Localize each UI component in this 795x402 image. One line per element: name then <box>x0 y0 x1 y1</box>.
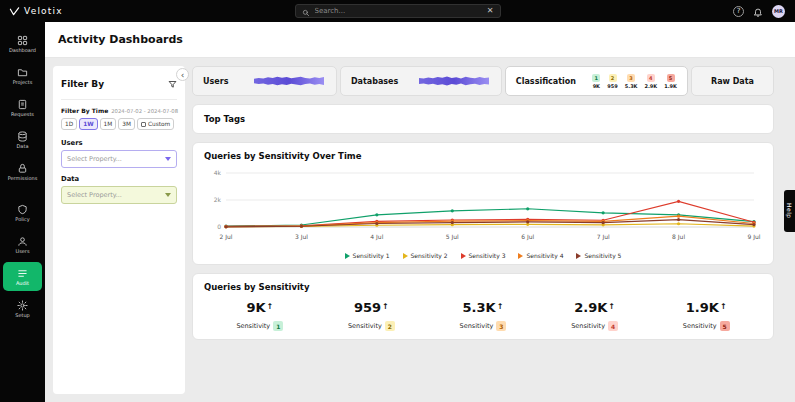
collapse-filter-button[interactable]: ‹ <box>176 68 189 81</box>
sensitivity-badge: 5 <box>720 321 730 331</box>
mini-stat-5: 51.9K <box>664 74 677 89</box>
svg-text:7 Jul: 7 Jul <box>597 233 610 241</box>
sidebar-item-requests[interactable]: Requests <box>3 93 42 122</box>
sensitivity-badge: 4 <box>647 74 655 82</box>
database-icon <box>17 131 28 142</box>
time-button-1m[interactable]: 1M <box>100 118 117 130</box>
sidebar-item-projects[interactable]: Projects <box>3 61 42 90</box>
sidebar-item-label: Dashboard <box>9 48 36 53</box>
topbar-actions: ? MR <box>733 2 795 21</box>
time-button-custom[interactable]: Custom <box>137 118 174 130</box>
sensitivity-badge: 3 <box>627 74 635 82</box>
lock-icon <box>17 163 28 174</box>
search-bar[interactable]: ✕ <box>295 4 501 18</box>
document-icon <box>17 99 28 110</box>
legend-item-sensitivity-5[interactable]: Sensitivity 5 <box>576 252 621 259</box>
time-button-1w[interactable]: 1W <box>79 118 97 130</box>
filter-by-title: Filter By <box>61 79 104 89</box>
time-range-buttons: 1D 1W 1M 3M Custom <box>61 118 177 130</box>
sidebar-item-label: Permissions <box>8 176 38 181</box>
legend-label: Sensitivity 2 <box>411 252 448 259</box>
tab-label: Users <box>203 77 228 86</box>
stat-label: Sensitivity3 <box>460 321 507 331</box>
legend-item-sensitivity-1[interactable]: Sensitivity 1 <box>345 252 390 259</box>
top-tags-card[interactable]: Top Tags <box>192 104 774 134</box>
search-input[interactable] <box>315 7 482 15</box>
users-property-select[interactable]: Select Property... <box>61 150 177 168</box>
svg-text:6 Jul: 6 Jul <box>521 233 534 241</box>
time-button-label: 1D <box>65 121 73 127</box>
up-arrow-icon: ↑ <box>497 302 504 311</box>
tab-users[interactable]: Users <box>192 66 337 96</box>
sidebar-item-setup[interactable]: Setup <box>3 294 42 323</box>
page-header: Activity Dashboards <box>45 22 795 58</box>
sidebar-item-label: Users <box>15 249 29 254</box>
queries-by-sensitivity-card: Queries by Sensitivity 9K↑ Sensitivity1 … <box>192 273 774 340</box>
databases-sparkline <box>419 73 489 89</box>
brand-name: Velotix <box>24 6 63 16</box>
dashboard-column: Users Databases Clas <box>192 66 787 394</box>
chart-title: Queries by Sensitivity Over Time <box>204 151 762 161</box>
legend-item-sensitivity-3[interactable]: Sensitivity 3 <box>461 252 506 259</box>
users-sparkline <box>254 73 324 89</box>
legend-marker-icon <box>518 253 523 259</box>
sidebar-item-audit[interactable]: Audit <box>3 262 42 291</box>
tab-label: Raw Data <box>711 77 754 86</box>
time-button-1d[interactable]: 1D <box>61 118 77 130</box>
sidebar-item-label: Data <box>17 144 29 149</box>
mini-stat-value: 9K <box>593 83 600 89</box>
up-arrow-icon: ↑ <box>720 302 727 311</box>
select-placeholder: Select Property... <box>67 155 122 163</box>
sensitivity-badge: 5 <box>667 74 675 82</box>
legend-item-sensitivity-4[interactable]: Sensitivity 4 <box>518 252 563 259</box>
close-icon[interactable]: ✕ <box>487 7 494 15</box>
bell-icon[interactable] <box>753 2 763 21</box>
tab-classification[interactable]: Classification 19K 2959 35.3K 42.9K 51.9… <box>505 66 688 96</box>
time-button-3m[interactable]: 3M <box>118 118 135 130</box>
mini-stat-value: 959 <box>607 83 617 89</box>
legend-label: Sensitivity 5 <box>584 252 621 259</box>
sidebar-item-users[interactable]: Users <box>3 230 42 259</box>
svg-text:9 Jul: 9 Jul <box>748 233 761 241</box>
sidebar-item-label: Setup <box>15 313 30 318</box>
chart-legend: Sensitivity 1 Sensitivity 2 Sensitivity … <box>204 252 762 259</box>
stat-value: 959↑ <box>354 301 389 314</box>
sensitivity-line-chart[interactable]: 02k4k2 Jul3 Jul4 Jul5 Jul6 Jul7 Jul8 Jul… <box>204 163 762 251</box>
tab-label: Databases <box>351 77 398 86</box>
user-avatar[interactable]: MR <box>772 5 785 18</box>
sensitivity-badge: 2 <box>385 321 395 331</box>
filter-panel-header: Filter By <box>61 74 177 100</box>
legend-label: Sensitivity 1 <box>353 252 390 259</box>
legend-marker-icon <box>403 253 408 259</box>
legend-item-sensitivity-2[interactable]: Sensitivity 2 <box>403 252 448 259</box>
sensitivity-badge: 2 <box>609 74 617 82</box>
help-tab-label: Help <box>786 203 793 219</box>
mini-stat-value: 5.3K <box>625 83 638 89</box>
sidebar-item-label: Projects <box>13 80 33 85</box>
sidebar-item-dashboard[interactable]: Dashboard <box>3 29 42 58</box>
tab-raw-data[interactable]: Raw Data <box>691 66 774 96</box>
svg-text:8 Jul: 8 Jul <box>672 233 685 241</box>
users-filter-label: Users <box>61 139 177 147</box>
chevron-down-icon <box>165 157 171 161</box>
sidebar-item-permissions[interactable]: Permissions <box>3 157 42 186</box>
mini-stat-value: 1.9K <box>664 83 677 89</box>
sidebar-item-data[interactable]: Data <box>3 125 42 154</box>
tab-databases[interactable]: Databases <box>340 66 502 96</box>
queries-over-time-card: Queries by Sensitivity Over Time 02k4k2 … <box>192 142 774 265</box>
brand-logo[interactable]: Velotix <box>0 6 63 17</box>
data-property-select[interactable]: Select Property... <box>61 186 177 204</box>
sidebar-item-policy[interactable]: Policy <box>3 198 42 227</box>
select-placeholder: Select Property... <box>67 191 122 199</box>
stat-label: Sensitivity5 <box>683 321 730 331</box>
person-icon <box>17 236 28 247</box>
sensitivity-badge: 1 <box>273 321 283 331</box>
time-button-label: 3M <box>122 121 131 127</box>
sensitivity-badge: 1 <box>592 74 600 82</box>
help-side-tab[interactable]: Help <box>784 190 795 232</box>
stat-sensitivity-3: 5.3K↑ Sensitivity3 <box>460 301 507 331</box>
stat-label: Sensitivity1 <box>236 321 283 331</box>
help-icon[interactable]: ? <box>733 6 744 17</box>
folder-icon <box>17 67 28 78</box>
sidebar-item-label: Requests <box>11 112 34 117</box>
